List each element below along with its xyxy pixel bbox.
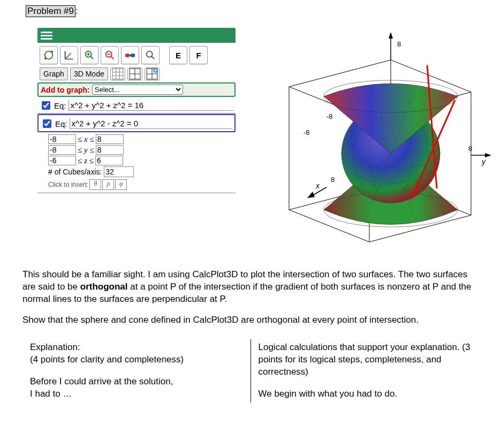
ranges-block: ≤ x ≤ ≤ y ≤ ≤ z ≤ # of Cubes/axis: Click…	[37, 132, 236, 192]
problem-label-colon: :	[75, 6, 78, 16]
eq1-checkbox[interactable]	[42, 101, 50, 110]
xtick8: 8	[331, 176, 335, 184]
insert-phi[interactable]: φ	[115, 179, 127, 190]
right-line1: We begin with what you had to do.	[259, 388, 472, 400]
answer-columns: Explanation: (4 points for clarity and c…	[22, 339, 479, 403]
eq1-row: Eq:	[37, 97, 236, 114]
eq2-label: Eq:	[55, 119, 67, 128]
y-axis-label: y	[481, 157, 486, 166]
panel-header	[37, 28, 236, 43]
yneg-label: -8	[327, 112, 333, 120]
add-to-graph-row: Add to graph: Select...	[37, 82, 236, 97]
left-line2: I had to …	[30, 388, 243, 400]
svg-line-10	[111, 56, 114, 59]
magnifier-button[interactable]	[141, 46, 160, 64]
eq2-input[interactable]	[70, 118, 232, 129]
insert-label: Click to insert:	[48, 181, 88, 188]
letter-e-button[interactable]: E	[169, 46, 187, 64]
modebar: Graph 3D Mode	[37, 67, 236, 82]
graph-button[interactable]: Graph	[40, 67, 68, 80]
xneg-label: -8	[303, 128, 310, 136]
y-hi[interactable]	[96, 145, 124, 155]
y-lo[interactable]	[48, 145, 76, 155]
eq1-input[interactable]	[69, 100, 233, 111]
grid2-icon[interactable]	[127, 67, 142, 80]
menu-icon[interactable]	[41, 32, 52, 40]
left-column: Explanation: (4 points for clarity and c…	[22, 339, 251, 403]
paragraph-1: This should be a familiar sight. I am us…	[22, 269, 479, 306]
zoom-out-button[interactable]	[101, 46, 119, 64]
svg-line-16	[151, 56, 155, 59]
cubes-row: # of Cubes/axis:	[48, 166, 233, 177]
svg-marker-32	[389, 32, 393, 39]
left-sub: (4 points for clarity and completeness)	[30, 354, 243, 366]
svg-marker-0	[51, 50, 54, 53]
refresh-button[interactable]	[40, 46, 58, 64]
right-heading: Logical calculations that support your e…	[259, 341, 472, 378]
calcplot-panel: E F Graph 3D Mode Add to graph: Select..…	[37, 28, 236, 253]
le2: ≤ y ≤	[78, 146, 94, 155]
svg-rect-17	[112, 69, 123, 79]
z-lo[interactable]	[48, 156, 76, 165]
svg-rect-14	[130, 55, 131, 56]
svg-rect-12	[125, 54, 130, 57]
eq2-checkbox[interactable]	[43, 119, 51, 128]
grid1-icon[interactable]	[110, 67, 125, 80]
range-z: ≤ z ≤	[48, 156, 233, 165]
cubes-label: # of Cubes/axis:	[48, 168, 102, 176]
xtick-label: 8	[468, 145, 472, 153]
range-x: ≤ x ≤	[48, 134, 233, 144]
toolbar: E F	[37, 43, 236, 67]
svg-line-6	[90, 56, 94, 59]
le1: ≤ x ≤	[78, 135, 94, 144]
paragraph-2: Show that the sphere and cone defined in…	[22, 314, 479, 326]
eq2-row: Eq:	[37, 114, 236, 132]
problem-label: Problem #9	[26, 5, 75, 17]
le3: ≤ z ≤	[78, 156, 94, 165]
orthogonal-bold: orthogonal	[80, 282, 128, 292]
mode3d-button[interactable]: 3D Mode	[70, 67, 108, 80]
svg-line-4	[65, 53, 71, 59]
x-axis-label: x	[315, 181, 320, 190]
insert-theta[interactable]: θ	[89, 179, 101, 190]
figure-row: E F Graph 3D Mode Add to graph: Select..…	[37, 28, 501, 253]
glasses3d-button[interactable]	[121, 46, 139, 64]
grid3-plus-icon[interactable]	[145, 67, 160, 80]
plot3d: 8 y 8 x 8 -8 -8	[257, 28, 492, 253]
svg-marker-34	[485, 153, 491, 157]
left-line1: Before I could arrive at the solution,	[30, 376, 243, 388]
svg-marker-36	[307, 192, 315, 198]
svg-rect-13	[131, 54, 135, 57]
add-label: Add to graph:	[41, 86, 90, 94]
axes-button[interactable]	[60, 46, 78, 64]
range-y: ≤ y ≤	[48, 145, 233, 155]
ztick-label: 8	[397, 40, 401, 48]
zoom-in-button[interactable]	[80, 46, 98, 64]
cubes-input[interactable]	[104, 166, 134, 177]
svg-marker-1	[44, 58, 47, 60]
panel-shadow	[37, 192, 236, 194]
eq1-label: Eq:	[54, 101, 66, 110]
z-hi[interactable]	[95, 156, 123, 165]
insert-row: Click to insert: θ ρ φ	[48, 179, 233, 190]
x-hi[interactable]	[96, 134, 124, 144]
right-column: Logical calculations that support your e…	[251, 339, 479, 403]
letter-f-button[interactable]: F	[189, 46, 208, 64]
insert-rho[interactable]: ρ	[102, 179, 114, 190]
left-heading: Explanation:	[30, 341, 243, 354]
x-lo[interactable]	[48, 134, 76, 144]
add-select[interactable]: Select...	[92, 85, 183, 95]
